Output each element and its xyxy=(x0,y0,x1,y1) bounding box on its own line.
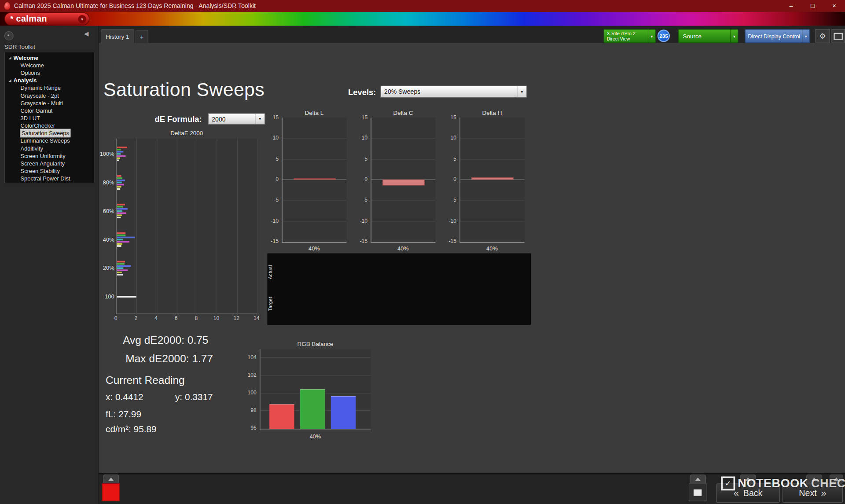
y-axis-tick-label: -15 xyxy=(440,238,456,244)
deltae-bar xyxy=(117,245,121,247)
y-axis-tick-label: 5 xyxy=(351,155,367,161)
y-axis-tick-label: -15 xyxy=(351,238,367,244)
meter-chevron-down-icon[interactable]: ▾ xyxy=(648,29,655,42)
delta-l-title: Delta L xyxy=(282,110,346,116)
sidebar-item-screen-stability[interactable]: Screen Stability xyxy=(5,167,94,175)
tab-history-1[interactable]: History 1 xyxy=(101,29,134,43)
sidebar-item-saturation-sweeps[interactable]: Saturation Sweeps xyxy=(5,129,94,137)
sidebar-item-luminance-sweeps[interactable]: Luminance Sweeps xyxy=(5,137,94,144)
levels-chevron-down-icon[interactable]: ▾ xyxy=(517,86,526,97)
sidebar-item-label: Additivity xyxy=(21,144,43,152)
source-chevron-down-icon[interactable]: ▾ xyxy=(730,29,738,42)
delta-c-title: Delta C xyxy=(371,110,435,116)
x-axis-tick-label: 8 xyxy=(191,315,202,321)
sidebar-item-screen-uniformity[interactable]: Screen Uniformity xyxy=(5,152,94,159)
rainbow-banner xyxy=(0,12,845,26)
grid-line xyxy=(371,159,436,159)
deltae-bar xyxy=(117,212,126,214)
deltae-title: DeltaE 2000 xyxy=(116,130,257,136)
sidebar-item-welcome[interactable]: Welcome xyxy=(5,54,94,61)
screen-icon xyxy=(694,489,702,496)
sidebar-item-label: Grayscale - 2pt xyxy=(21,92,59,99)
display-select-button[interactable] xyxy=(689,483,706,501)
y-axis-tick-label: -10 xyxy=(262,217,279,223)
deltae-bar xyxy=(117,269,128,271)
x-axis-tick-label: 40% xyxy=(282,245,346,252)
sidebar-item-label: ColorChecker xyxy=(21,122,55,129)
y-axis-tick-label: -5 xyxy=(262,197,279,202)
display-eject-tab[interactable] xyxy=(690,475,706,483)
sidebar-item-spectral-power-dist[interactable]: Spectral Power Dist. xyxy=(5,175,94,182)
display-mode-button[interactable] xyxy=(831,29,845,43)
grid-line xyxy=(283,180,347,180)
page-title: Saturation Sweeps xyxy=(103,79,265,100)
grid-line xyxy=(371,200,436,201)
y-axis-tick-label: 60% xyxy=(92,207,114,214)
display-icon xyxy=(834,33,843,40)
y-axis-tick-label: 0 xyxy=(351,176,367,182)
reading-fl: fL: 27.99 xyxy=(106,409,141,419)
brand-chevron-down-icon[interactable]: ▾ xyxy=(78,15,86,23)
levels-dropdown[interactable]: 20% Sweeps ▾ xyxy=(380,86,527,98)
y-axis-tick-label: 15 xyxy=(351,114,367,120)
maximize-button[interactable]: □ xyxy=(802,0,823,12)
sidebar-item-additivity[interactable]: Additivity xyxy=(5,144,94,152)
add-tab-button[interactable]: + xyxy=(135,30,148,43)
patch-eject-tab[interactable] xyxy=(103,475,119,483)
y-axis-tick-label: -10 xyxy=(440,217,456,223)
deltae-bar xyxy=(117,182,121,184)
grid-line xyxy=(460,221,525,221)
y-axis-tick-label: -15 xyxy=(262,238,279,244)
sidebar-item-label: Analysis xyxy=(14,77,37,84)
de-formula-dropdown[interactable]: 2000 ▾ xyxy=(208,113,265,125)
pin-dot-icon xyxy=(7,34,9,36)
max-de2000: Max dE2000: 1.77 xyxy=(125,353,213,365)
y-axis-tick-label: 102 xyxy=(240,372,257,378)
grid-line xyxy=(460,200,525,201)
y-axis-tick-label: 15 xyxy=(440,114,456,120)
sidebar-item-colorchecker[interactable]: ColorChecker xyxy=(5,122,94,129)
current-patch-button[interactable] xyxy=(102,483,119,501)
deltae-bar xyxy=(117,210,122,212)
sidebar-collapse-button[interactable]: ◀ xyxy=(84,30,88,37)
watermark-text-1: NOTEBOOK xyxy=(738,476,808,490)
sidebar-item-color-gamut[interactable]: Color Gamut xyxy=(5,107,94,114)
deltae-bar xyxy=(117,147,127,148)
calman-menu-button[interactable]: * calman ▾ xyxy=(4,12,89,25)
x-axis-tick-label: 4 xyxy=(151,315,161,321)
settings-button[interactable]: ⚙ xyxy=(816,29,830,43)
deltae-bar xyxy=(117,175,121,177)
gear-icon: ⚙ xyxy=(819,32,826,40)
deltae-bar xyxy=(117,206,123,208)
meter-dropdown[interactable]: X-Rite i1Pro 2 Direct View ▾ xyxy=(603,29,656,43)
rgb-bar-green xyxy=(300,389,325,429)
display-control-dropdown[interactable]: Direct Display Control ▾ xyxy=(745,29,810,43)
sidebar-item-grayscale-multi[interactable]: Grayscale - Multi xyxy=(5,99,94,107)
deltae-bar xyxy=(117,239,123,240)
reading-cdm2: cd/m²: 95.89 xyxy=(106,424,157,435)
close-button[interactable]: × xyxy=(823,0,845,12)
y-axis-tick-label: 10 xyxy=(440,135,456,141)
grid-line xyxy=(283,159,347,159)
sidebar-item-options[interactable]: Options xyxy=(5,69,94,77)
expander-icon[interactable] xyxy=(9,79,11,81)
grid-line xyxy=(283,138,347,139)
x-axis-tick-label: 40% xyxy=(459,245,524,252)
deltae-bar xyxy=(117,149,121,151)
sidebar-item-3d-lut[interactable]: 3D LUT xyxy=(5,114,94,122)
source-dropdown[interactable]: Source ▾ xyxy=(678,29,738,43)
deltae-bar xyxy=(117,217,121,218)
sidebar-item-welcome[interactable]: Welcome xyxy=(5,62,94,69)
pin-button[interactable] xyxy=(4,31,14,40)
notebookcheck-watermark: ✓ NOTEBOOK CHECK xyxy=(721,476,845,490)
expander-icon[interactable] xyxy=(9,56,11,59)
watermark-text-2: CHECK xyxy=(811,476,845,490)
sidebar-item-label: Screen Angularity xyxy=(21,159,65,167)
sidebar-item-grayscale-2pt[interactable]: Grayscale - 2pt xyxy=(5,92,94,99)
sidebar-item-screen-angularity[interactable]: Screen Angularity xyxy=(5,159,94,167)
sidebar-item-label: Screen Stability xyxy=(21,167,60,175)
sidebar-item-analysis[interactable]: Analysis xyxy=(5,77,94,84)
minimize-button[interactable]: – xyxy=(780,0,802,12)
display-control-chevron-down-icon[interactable]: ▾ xyxy=(802,29,809,42)
sidebar-item-dynamic-range[interactable]: Dynamic Range xyxy=(5,84,94,92)
